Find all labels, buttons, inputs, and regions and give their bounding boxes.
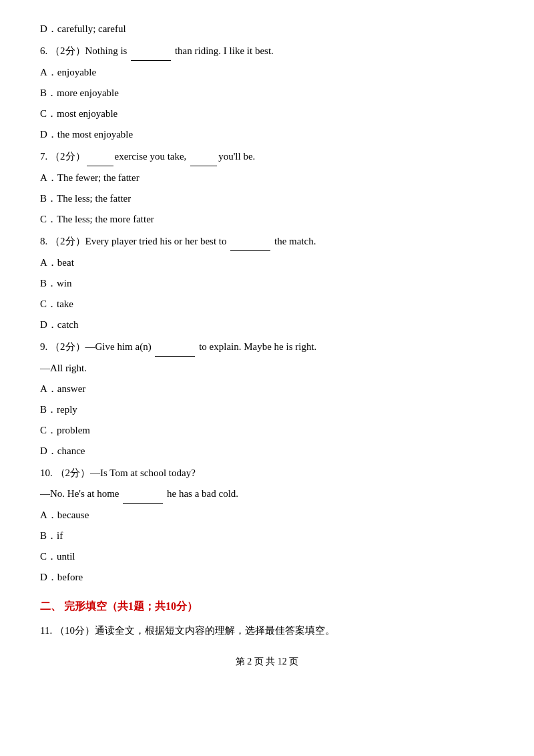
question-8-option-a: A．beat (40, 254, 494, 272)
question-7-num: 7. (40, 148, 47, 166)
question-9-option-b: B．reply (40, 401, 494, 419)
option-text: The less; the fatter (57, 190, 131, 208)
question-10-extra-text: —No. He's at home (40, 485, 119, 503)
question-9-extra-text: —All right. (40, 359, 87, 377)
question-11: 11. （10分） 通读全文，根据短文内容的理解，选择最佳答案填空。 (40, 622, 494, 640)
question-9-num: 9. (40, 338, 47, 356)
question-7-option-b: B．The less; the fatter (40, 190, 494, 208)
option-key: B． (40, 190, 57, 208)
question-8-option-c: C．take (40, 295, 494, 313)
question-10-line: 10. （2分） —Is Tom at school today? (40, 464, 494, 482)
question-6-text-before: Nothing is (85, 42, 127, 60)
question-6-option-a: A．enjoyable (40, 63, 494, 81)
option-text: The fewer; the fatter (57, 169, 140, 187)
option-key: C． (40, 548, 57, 566)
option-key: B． (40, 84, 57, 102)
question-9-text-before: —Give him a(n) (85, 338, 152, 356)
question-9-option-c: C．problem (40, 421, 494, 439)
question-7-option-a: A．The fewer; the fatter (40, 169, 494, 187)
question-7-blank1 (87, 148, 113, 166)
option-d-carefully: D．carefully; careful (40, 20, 494, 38)
question-11-line: 11. （10分） 通读全文，根据短文内容的理解，选择最佳答案填空。 (40, 622, 494, 640)
option-text: the most enjoyable (57, 126, 133, 144)
option-key: B． (40, 527, 57, 545)
question-8-option-d: D．catch (40, 316, 494, 334)
option-text: problem (57, 421, 90, 439)
question-8-score: （2分） (50, 232, 85, 250)
option-text: The less; the more fatter (57, 210, 154, 228)
option-key: C． (40, 295, 57, 313)
question-8-blank (230, 232, 270, 251)
question-10-score: （2分） (55, 464, 91, 482)
question-6-num: 6. (40, 42, 47, 60)
question-6-line: 6. （2分） Nothing is than riding. I like i… (40, 42, 494, 61)
option-text: before (57, 568, 83, 586)
question-6-blank (131, 42, 171, 61)
option-key: C． (40, 210, 57, 228)
question-8-text-after: the match. (274, 232, 316, 250)
question-9-option-a: A．answer (40, 380, 494, 398)
option-key: B． (40, 274, 57, 293)
question-6-score: （2分） (50, 42, 85, 60)
question-7-blank2 (190, 148, 217, 166)
question-9-extra: —All right. (40, 359, 494, 377)
option-text: catch (57, 316, 79, 334)
question-8-option-b: B．win (40, 274, 494, 293)
option-key: D． (40, 126, 57, 144)
question-9-line: 9. （2分） —Give him a(n) to explain. Maybe… (40, 338, 494, 357)
option-text: chance (57, 442, 85, 460)
question-9-score: （2分） (50, 338, 85, 356)
question-9-option-d: D．chance (40, 442, 494, 460)
question-8-num: 8. (40, 232, 47, 250)
option-text: until (57, 548, 75, 566)
option-key: A． (40, 63, 57, 81)
option-key: A． (40, 380, 57, 398)
question-6-option-d: D．the most enjoyable (40, 126, 494, 144)
question-10-option-b: B．if (40, 527, 494, 545)
question-10-option-d: D．before (40, 568, 494, 586)
question-10-text: —Is Tom at school today? (90, 464, 196, 482)
section-2-header: 二、 完形填空（共1题；共10分） (40, 597, 494, 616)
option-key: D． (40, 442, 57, 460)
option-key: A． (40, 506, 57, 524)
question-11-text: 通读全文，根据短文内容的理解，选择最佳答案填空。 (95, 622, 335, 640)
option-text: answer (57, 380, 85, 398)
option-text: win (57, 274, 72, 293)
question-10: 10. （2分） —Is Tom at school today? —No. H… (40, 464, 494, 586)
option-text: reply (57, 401, 77, 419)
option-key: C． (40, 105, 57, 123)
question-9-blank (155, 338, 195, 357)
question-8-line: 8. （2分） Every player tried his or her be… (40, 232, 494, 251)
option-text: more enjoyable (57, 84, 119, 102)
section-2-title: 二、 完形填空（共1题；共10分） (40, 600, 198, 612)
page-footer: 第 2 页 共 12 页 (40, 653, 494, 670)
question-6-option-c: C．most enjoyable (40, 105, 494, 123)
option-d-carefully-text: D．carefully; careful (40, 23, 126, 34)
question-6: 6. （2分） Nothing is than riding. I like i… (40, 42, 494, 144)
option-text: because (57, 506, 89, 524)
question-8: 8. （2分） Every player tried his or her be… (40, 232, 494, 334)
question-10-extra-after: he has a bad cold. (167, 485, 238, 503)
question-10-blank (123, 485, 163, 504)
option-key: C． (40, 421, 57, 439)
question-7: 7. （2分） exercise you take, you'll be. A．… (40, 148, 494, 228)
option-text: take (57, 295, 73, 313)
question-10-option-c: C．until (40, 548, 494, 566)
option-key: B． (40, 401, 57, 419)
footer-text: 第 2 页 共 12 页 (236, 656, 299, 667)
option-key: A． (40, 254, 57, 272)
question-9: 9. （2分） —Give him a(n) to explain. Maybe… (40, 338, 494, 460)
option-text: most enjoyable (57, 105, 117, 123)
option-key: D． (40, 316, 57, 334)
question-7-option-c: C．The less; the more fatter (40, 210, 494, 228)
question-10-option-a: A．because (40, 506, 494, 524)
option-text: beat (57, 254, 74, 272)
question-6-option-b: B．more enjoyable (40, 84, 494, 102)
question-6-text-after: than riding. I like it best. (175, 42, 274, 60)
option-text: enjoyable (57, 63, 96, 81)
question-7-line: 7. （2分） exercise you take, you'll be. (40, 148, 494, 166)
option-key: D． (40, 568, 57, 586)
option-text: if (57, 527, 63, 545)
question-10-extra: —No. He's at home he has a bad cold. (40, 485, 494, 504)
question-9-text-after: to explain. Maybe he is right. (199, 338, 316, 356)
